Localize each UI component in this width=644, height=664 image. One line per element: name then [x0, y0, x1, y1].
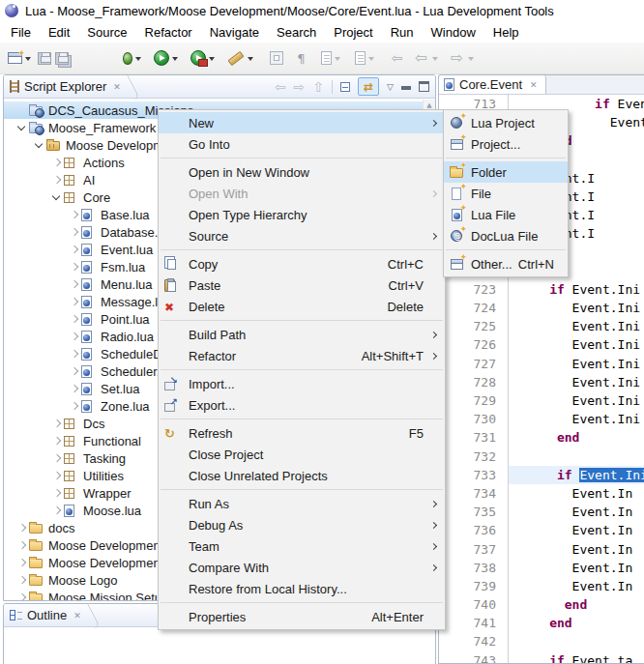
- menubar-item-edit[interactable]: Edit: [40, 23, 78, 42]
- menu-item-paste[interactable]: PasteCtrl+V: [159, 274, 445, 296]
- chevron-right-icon[interactable]: [50, 417, 64, 430]
- menu-item-project[interactable]: Project...: [444, 133, 568, 155]
- chevron-right-icon[interactable]: [15, 521, 29, 534]
- chevron-right-icon[interactable]: [68, 347, 81, 361]
- code-line: 741 end: [439, 614, 644, 632]
- tab-script-explorer[interactable]: Script Explorer ✕: [4, 75, 127, 99]
- menu-item-export[interactable]: Export...: [159, 394, 445, 416]
- scroll-up-icon[interactable]: ▲: [424, 101, 435, 109]
- menu-item-label: Go Into: [189, 137, 424, 152]
- menu-item-folder[interactable]: Folder: [444, 161, 568, 183]
- menu-item-import[interactable]: Import...: [159, 373, 445, 394]
- link-with-editor-icon[interactable]: ⇄: [358, 77, 379, 96]
- menu-item-run-as[interactable]: Run As: [159, 493, 445, 514]
- chevron-right-icon[interactable]: [50, 173, 64, 187]
- up-icon[interactable]: ⇧: [312, 80, 324, 94]
- new-wizard-button[interactable]: [6, 46, 36, 70]
- menubar-item-file[interactable]: File: [2, 23, 40, 42]
- back-icon[interactable]: ⇦: [275, 80, 286, 94]
- chevron-right-icon[interactable]: [50, 469, 64, 482]
- maximize-icon[interactable]: [419, 81, 429, 92]
- tab-outline[interactable]: Outline ✕: [4, 604, 87, 627]
- menu-item-file[interactable]: File: [444, 183, 568, 204]
- menu-item-open-in-new-window[interactable]: Open in New Window: [159, 161, 445, 183]
- view-menu-icon[interactable]: ▽: [387, 82, 394, 92]
- dropdown-caret-icon[interactable]: [135, 57, 141, 61]
- menu-item-properties[interactable]: PropertiesAlt+Enter: [159, 606, 445, 627]
- code-text: Event.Ini: [509, 391, 644, 410]
- menu-item-copy[interactable]: CopyCtrl+C: [159, 253, 445, 274]
- menu-item-doclua-file[interactable]: DocLua File: [444, 225, 568, 246]
- menu-item-lua-file[interactable]: Lua File: [444, 204, 568, 225]
- close-icon[interactable]: ✕: [73, 611, 81, 621]
- dropdown-caret-icon[interactable]: [172, 57, 178, 61]
- lua-format-button[interactable]: [225, 46, 258, 70]
- chevron-right-icon[interactable]: [68, 277, 81, 291]
- menu-item-source[interactable]: Source: [159, 225, 445, 246]
- forward-icon[interactable]: ⇨: [294, 80, 306, 94]
- menu-item-open-type-hierarchy[interactable]: Open Type Hierarchy: [159, 204, 445, 225]
- menu-item-open-with[interactable]: Open With: [159, 183, 445, 204]
- menu-item-close-project[interactable]: Close Project: [159, 444, 445, 465]
- chevron-right-icon[interactable]: [68, 260, 81, 274]
- menu-item-go-into[interactable]: Go Into: [159, 133, 445, 155]
- dropdown-caret-icon[interactable]: [432, 57, 438, 61]
- debug-button[interactable]: [121, 46, 146, 70]
- run-external-button[interactable]: [189, 46, 220, 70]
- tab-core-event[interactable]: Core.Event ✕: [439, 75, 546, 94]
- chevron-right-icon[interactable]: [68, 225, 81, 239]
- chevron-right-icon[interactable]: [68, 399, 81, 413]
- menubar-item-window[interactable]: Window: [423, 23, 484, 42]
- chevron-right-icon[interactable]: [68, 364, 81, 378]
- dropdown-caret-icon[interactable]: [248, 57, 253, 61]
- menubar-item-project[interactable]: Project: [325, 23, 381, 42]
- chevron-right-icon[interactable]: [15, 573, 29, 587]
- menu-item-lua-project[interactable]: Lua Project: [444, 112, 568, 133]
- chevron-right-icon[interactable]: [15, 556, 29, 569]
- chevron-right-icon[interactable]: [68, 382, 81, 395]
- dropdown-caret-icon[interactable]: [25, 57, 31, 61]
- menu-item-restore-from-local-history[interactable]: Restore from Local History...: [159, 578, 445, 599]
- line-number: 730: [439, 410, 509, 428]
- menu-item-other[interactable]: Other...Ctrl+N: [444, 253, 568, 274]
- chevron-right-icon[interactable]: [68, 208, 81, 221]
- dropdown-caret-icon[interactable]: [468, 57, 474, 61]
- chevron-right-icon[interactable]: [50, 486, 64, 500]
- chevron-down-icon[interactable]: [50, 190, 64, 204]
- chevron-right-icon[interactable]: [50, 451, 64, 465]
- collapse-all-icon[interactable]: [340, 82, 350, 92]
- chevron-right-icon[interactable]: [15, 591, 29, 600]
- chevron-right-icon[interactable]: [15, 538, 29, 552]
- menubar-item-search[interactable]: Search: [268, 23, 325, 42]
- menubar-item-run[interactable]: Run: [382, 23, 423, 42]
- menubar-item-refactor[interactable]: Refactor: [136, 23, 201, 42]
- menu-item-refresh[interactable]: RefreshF5: [159, 422, 445, 444]
- menu-item-delete[interactable]: DeleteDelete: [159, 296, 445, 317]
- menu-item-new[interactable]: New: [159, 112, 445, 133]
- chevron-right-icon[interactable]: [68, 243, 81, 256]
- chevron-right-icon[interactable]: [68, 312, 81, 326]
- chevron-right-icon[interactable]: [50, 434, 64, 447]
- chevron-right-icon[interactable]: [50, 156, 64, 169]
- chevron-right-icon[interactable]: [50, 504, 64, 517]
- chevron-down-icon[interactable]: [33, 138, 46, 152]
- chevron-right-icon[interactable]: [68, 330, 81, 343]
- close-icon[interactable]: ✕: [530, 80, 538, 90]
- chevron-down-icon[interactable]: [15, 121, 29, 134]
- menu-item-build-path[interactable]: Build Path: [159, 324, 445, 345]
- menu-item-debug-as[interactable]: Debug As: [159, 514, 445, 535]
- menu-item-close-unrelated-projects[interactable]: Close Unrelated Projects: [159, 465, 445, 486]
- dropdown-caret-icon[interactable]: [335, 57, 340, 61]
- menubar-item-help[interactable]: Help: [484, 23, 528, 42]
- menubar-item-navigate[interactable]: Navigate: [201, 23, 268, 42]
- minimize-icon[interactable]: [401, 86, 411, 90]
- dropdown-caret-icon[interactable]: [368, 57, 374, 61]
- run-button[interactable]: [152, 46, 183, 70]
- chevron-right-icon[interactable]: [68, 295, 81, 308]
- menubar-item-source[interactable]: Source: [78, 23, 135, 42]
- close-icon[interactable]: ✕: [113, 82, 121, 92]
- menu-item-team[interactable]: Team: [159, 535, 445, 557]
- menu-item-refactor[interactable]: RefactorAlt+Shift+T: [159, 345, 445, 366]
- menu-item-compare-with[interactable]: Compare With: [159, 557, 445, 578]
- dropdown-caret-icon[interactable]: [209, 57, 215, 61]
